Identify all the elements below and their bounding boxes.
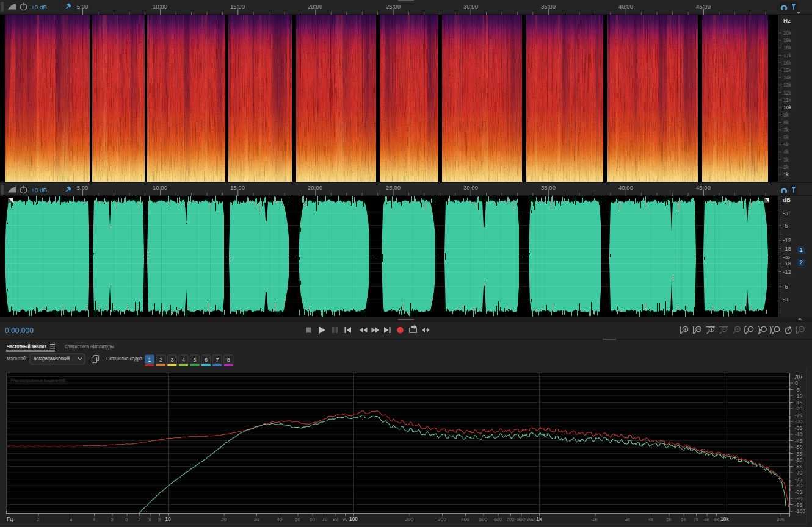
svg-text:-10: -10 <box>795 393 803 399</box>
svg-text:15k: 15k <box>783 66 791 73</box>
svg-text:5: 5 <box>193 357 196 363</box>
svg-text:-15: -15 <box>795 400 803 406</box>
svg-text:-85: -85 <box>795 489 803 495</box>
svg-text:15:00: 15:00 <box>230 184 245 191</box>
svg-text:-60: -60 <box>795 457 803 463</box>
svg-text:2k: 2k <box>783 163 789 170</box>
svg-text:7: 7 <box>216 357 219 363</box>
svg-text:3k: 3k <box>625 517 631 522</box>
svg-text:1k: 1k <box>783 171 789 177</box>
svg-text:1k: 1k <box>536 516 542 522</box>
svg-text:9: 9 <box>158 517 161 522</box>
svg-text:60: 60 <box>310 517 315 522</box>
svg-text:30:00: 30:00 <box>463 3 478 10</box>
svg-text:4k: 4k <box>783 148 789 155</box>
svg-text:-40: -40 <box>795 431 803 437</box>
svg-text:35:00: 35:00 <box>541 184 556 191</box>
svg-text:20k: 20k <box>783 29 791 36</box>
svg-text:-12: -12 <box>783 268 791 275</box>
svg-text:-3: -3 <box>783 210 788 217</box>
svg-text:-6: -6 <box>783 222 788 229</box>
svg-text:-6: -6 <box>783 283 788 290</box>
svg-text:0:00.000: 0:00.000 <box>5 326 34 335</box>
svg-text:Hz: Hz <box>783 17 791 24</box>
svg-text:-75: -75 <box>795 476 803 482</box>
svg-text:Гц: Гц <box>7 516 13 522</box>
svg-text:5:00: 5:00 <box>77 3 89 10</box>
svg-text:90: 90 <box>343 517 348 522</box>
svg-text:20:00: 20:00 <box>308 184 322 191</box>
svg-text:Частотный анализ: Частотный анализ <box>7 343 46 350</box>
svg-text:9k: 9k <box>783 111 789 118</box>
svg-text:Масштаб:: Масштаб: <box>7 356 27 362</box>
svg-text:17k: 17k <box>783 52 791 59</box>
svg-text:-95: -95 <box>795 502 803 508</box>
svg-text:400: 400 <box>461 517 469 522</box>
svg-text:25:00: 25:00 <box>386 3 401 10</box>
svg-text:13k: 13k <box>783 81 791 88</box>
svg-text:10:00: 10:00 <box>153 3 167 10</box>
svg-text:40:00: 40:00 <box>618 3 633 10</box>
svg-text:25:00: 25:00 <box>386 184 401 191</box>
svg-text:20:00: 20:00 <box>308 3 322 10</box>
svg-text:12k: 12k <box>783 89 791 96</box>
svg-text:Логарифмический: Логарифмический <box>34 356 70 362</box>
svg-text:8k: 8k <box>783 119 789 126</box>
svg-text:-45: -45 <box>795 438 803 444</box>
svg-text:30: 30 <box>254 517 259 522</box>
svg-text:-30: -30 <box>795 418 803 425</box>
svg-text:700: 700 <box>506 517 515 522</box>
svg-text:5k: 5k <box>783 141 789 148</box>
svg-text:-65: -65 <box>795 464 803 470</box>
svg-text:-35: -35 <box>795 425 803 431</box>
svg-text:-80: -80 <box>795 482 803 489</box>
svg-text:15:00: 15:00 <box>230 3 245 10</box>
svg-text:-70: -70 <box>795 470 803 476</box>
svg-text:500: 500 <box>479 517 488 522</box>
svg-text:3k: 3k <box>783 156 789 163</box>
svg-text:5:00: 5:00 <box>77 184 89 191</box>
svg-text:8k: 8k <box>704 517 709 522</box>
svg-text:900: 900 <box>526 517 535 522</box>
svg-text:50: 50 <box>295 517 300 522</box>
svg-text:6k: 6k <box>681 517 686 522</box>
svg-text:+0 dB: +0 dB <box>31 4 47 10</box>
svg-text:6: 6 <box>125 517 128 522</box>
svg-text:600: 600 <box>494 517 502 522</box>
svg-text:+0 dB: +0 dB <box>31 187 47 193</box>
svg-text:19k: 19k <box>783 37 791 43</box>
svg-text:8: 8 <box>227 357 230 363</box>
svg-text:-18: -18 <box>783 260 791 267</box>
svg-text:-20: -20 <box>795 406 803 412</box>
svg-text:7k: 7k <box>694 517 699 522</box>
svg-text:45:00: 45:00 <box>696 184 711 191</box>
svg-text:10: 10 <box>165 516 171 522</box>
svg-text:3: 3 <box>170 357 173 363</box>
svg-text:4k: 4k <box>648 517 654 522</box>
svg-text:10:00: 10:00 <box>153 184 167 191</box>
svg-text:10k: 10k <box>783 104 791 110</box>
svg-text:6k: 6k <box>783 134 789 140</box>
svg-text:2: 2 <box>159 357 162 363</box>
svg-text:40: 40 <box>277 517 283 522</box>
svg-text:Статистика Амплитуды: Статистика Амплитуды <box>65 343 114 350</box>
svg-text:80: 80 <box>333 517 338 522</box>
svg-text:Анализированое выделение: Анализированое выделение <box>10 377 65 383</box>
svg-text:300: 300 <box>438 517 446 522</box>
svg-text:5: 5 <box>111 517 114 522</box>
svg-text:0: 0 <box>795 380 798 386</box>
svg-text:дБ: дБ <box>795 373 802 379</box>
svg-text:11k: 11k <box>783 96 791 103</box>
svg-text:7: 7 <box>138 517 141 522</box>
svg-text:1: 1 <box>799 247 802 253</box>
svg-text:2k: 2k <box>592 517 598 522</box>
svg-text:30:00: 30:00 <box>463 184 478 191</box>
svg-text:-90: -90 <box>795 495 803 501</box>
svg-text:-3: -3 <box>783 296 788 303</box>
svg-text:-12: -12 <box>783 237 791 243</box>
svg-text:100: 100 <box>349 516 358 522</box>
svg-text:7k: 7k <box>783 126 789 133</box>
svg-text:18k: 18k <box>783 44 791 51</box>
svg-text:4: 4 <box>182 357 185 363</box>
svg-text:3: 3 <box>70 517 73 522</box>
